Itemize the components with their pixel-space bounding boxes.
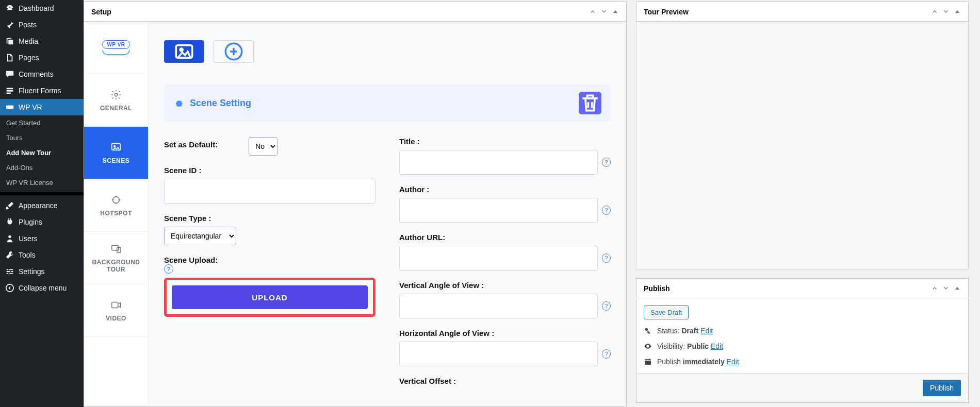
- panel-up-icon[interactable]: [931, 7, 938, 16]
- devices-icon: [110, 243, 122, 255]
- svg-rect-0: [6, 105, 13, 109]
- scenes-content: Scene Setting Set as Default: No Scene I…: [149, 22, 626, 405]
- plug-icon: [5, 217, 14, 227]
- sidebar-label: Users: [19, 234, 38, 243]
- tab-video[interactable]: VIDEO: [84, 284, 148, 337]
- edit-visibility-link[interactable]: Edit: [711, 342, 723, 350]
- sidebar-separator: [0, 192, 84, 195]
- scene-id-input[interactable]: [164, 179, 375, 204]
- sidebar-sub-license[interactable]: WP VR License: [0, 175, 84, 190]
- info-icon[interactable]: ?: [602, 349, 611, 359]
- sidebar-item-comments[interactable]: Comments: [0, 66, 84, 82]
- set-default-select[interactable]: No: [249, 137, 277, 156]
- sidebar-label: Dashboard: [19, 4, 54, 12]
- scene-type-select[interactable]: Equirectangular: [164, 227, 236, 245]
- video-icon: [110, 299, 122, 311]
- author-label: Author :: [399, 185, 611, 194]
- sidebar-item-dashboard[interactable]: Dashboard: [0, 0, 84, 16]
- sidebar-label: Pages: [19, 54, 39, 62]
- edit-status-link[interactable]: Edit: [700, 327, 713, 335]
- scene-tab-1[interactable]: [164, 40, 204, 63]
- panel-toggle-icon[interactable]: [954, 7, 961, 16]
- sidebar-label: Media: [19, 37, 38, 45]
- tab-general[interactable]: GENERAL: [84, 74, 148, 127]
- sidebar-item-posts[interactable]: Posts: [0, 16, 84, 33]
- svg-rect-7: [112, 245, 119, 250]
- panel-down-icon[interactable]: [600, 7, 608, 16]
- preview-header: Tour Preview: [636, 2, 968, 22]
- eye-icon: [644, 342, 652, 350]
- panel-up-icon[interactable]: [931, 284, 938, 293]
- set-default-label: Set as Default:: [164, 140, 218, 149]
- form-icon: [5, 86, 14, 95]
- publish-button[interactable]: Publish: [923, 380, 961, 396]
- scene-setting-header: Scene Setting: [164, 84, 611, 122]
- tab-scenes[interactable]: SCENES: [84, 127, 148, 179]
- delete-scene-button[interactable]: [579, 92, 601, 114]
- scene-type-label: Scene Type :: [164, 214, 375, 223]
- sidebar-sub-addons[interactable]: Add-Ons: [0, 160, 84, 175]
- author-url-input[interactable]: [399, 246, 598, 270]
- sidebar-item-fluentforms[interactable]: Fluent Forms: [0, 82, 84, 99]
- title-input[interactable]: [399, 150, 598, 175]
- save-draft-button[interactable]: Save Draft: [644, 306, 689, 319]
- pages-icon: [5, 53, 14, 62]
- sidebar-item-media[interactable]: Media: [0, 33, 84, 49]
- sidebar-label: Appearance: [19, 201, 58, 210]
- info-icon[interactable]: ?: [602, 301, 611, 311]
- haov-input[interactable]: [399, 342, 598, 366]
- vr-icon: [5, 103, 14, 112]
- calendar-icon: [644, 358, 652, 366]
- author-url-label: Author URL:: [399, 233, 611, 242]
- publish-header: Publish: [636, 279, 968, 298]
- svg-point-1: [8, 235, 11, 238]
- schedule-row: Publish immediately Edit: [644, 358, 961, 366]
- author-input[interactable]: [399, 198, 598, 223]
- tour-preview-panel: Tour Preview: [636, 2, 969, 269]
- main-area: Setup WP VR GENERAL: [84, 0, 980, 407]
- info-icon[interactable]: ?: [602, 158, 611, 167]
- sidebar-item-pages[interactable]: Pages: [0, 49, 84, 66]
- sidebar-item-wpvr[interactable]: WP VR: [0, 99, 84, 115]
- sidebar-item-appearance[interactable]: Appearance: [0, 197, 84, 214]
- panel-down-icon[interactable]: [942, 7, 950, 16]
- panel-up-icon[interactable]: [589, 7, 596, 16]
- field-set-default: Set as Default: No: [164, 137, 375, 156]
- setup-panel: Setup WP VR GENERAL: [84, 2, 627, 407]
- setup-header: Setup: [84, 2, 626, 22]
- sidebar-sub-tours[interactable]: Tours: [0, 130, 84, 145]
- preview-canvas: [636, 21, 969, 269]
- panel-down-icon[interactable]: [942, 284, 950, 293]
- sidebar-label: Settings: [19, 267, 45, 276]
- svg-point-5: [114, 145, 116, 147]
- image-icon: [110, 142, 122, 153]
- panel-toggle-icon[interactable]: [954, 284, 961, 293]
- panel-toggle-icon[interactable]: [612, 7, 619, 16]
- sidebar-item-users[interactable]: Users: [0, 230, 84, 247]
- tab-hotspot[interactable]: HOTSPOT: [84, 179, 148, 232]
- upload-button[interactable]: UPLOAD: [172, 285, 368, 309]
- wrench-icon: [5, 250, 14, 260]
- sidebar-sub-add-new-tour[interactable]: Add New Tour: [0, 145, 84, 160]
- info-icon[interactable]: ?: [602, 206, 611, 215]
- tab-background-tour[interactable]: BACKGROUND TOUR: [84, 232, 148, 284]
- media-icon: [5, 37, 14, 46]
- sidebar-item-tools[interactable]: Tools: [0, 247, 84, 263]
- field-vaov: Vertical Angle of View : ?: [399, 281, 611, 318]
- sidebar-item-plugins[interactable]: Plugins: [0, 214, 84, 230]
- status-row: Status: Draft Edit: [644, 327, 961, 335]
- sidebar-sub-get-started[interactable]: Get Started: [0, 115, 84, 130]
- sliders-icon: [5, 267, 14, 276]
- info-icon[interactable]: ?: [602, 253, 611, 263]
- vaov-input[interactable]: [399, 294, 598, 318]
- sidebar-label: Comments: [19, 70, 54, 78]
- gear-icon: [110, 89, 122, 100]
- sidebar-item-settings[interactable]: Settings: [0, 263, 84, 280]
- sidebar-item-collapse[interactable]: Collapse menu: [0, 280, 84, 296]
- edit-schedule-link[interactable]: Edit: [727, 358, 739, 366]
- sidebar-label: Posts: [19, 21, 37, 29]
- field-scene-upload: Scene Upload: ? UPLOAD: [164, 256, 375, 317]
- info-icon[interactable]: ?: [164, 264, 173, 274]
- scene-tab-add[interactable]: [214, 40, 254, 63]
- target-icon: [110, 194, 122, 206]
